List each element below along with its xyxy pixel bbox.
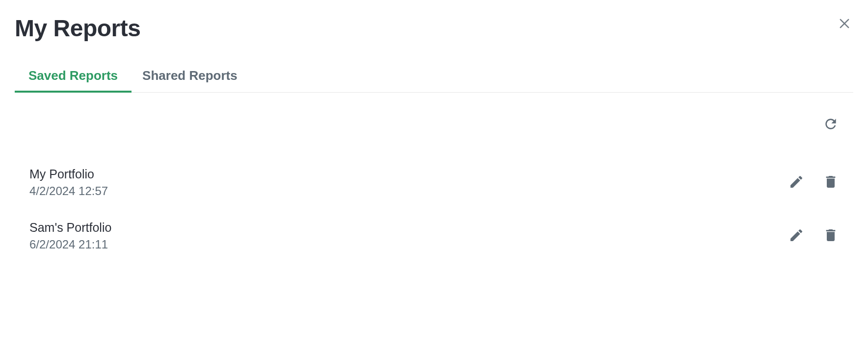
report-item: My Portfolio 4/2/2024 12:57 — [29, 167, 839, 198]
header: My Reports — [0, 0, 868, 42]
close-icon — [838, 17, 851, 32]
report-timestamp: 6/2/2024 21:11 — [29, 238, 111, 251]
tab-shared-reports[interactable]: Shared Reports — [142, 68, 237, 92]
report-text: My Portfolio 4/2/2024 12:57 — [29, 167, 108, 198]
pencil-icon — [789, 174, 804, 192]
pencil-icon — [789, 227, 804, 245]
report-name: Sam's Portfolio — [29, 221, 111, 235]
report-name: My Portfolio — [29, 167, 108, 181]
close-button[interactable] — [836, 15, 853, 34]
edit-button[interactable] — [789, 174, 804, 192]
refresh-button[interactable] — [823, 116, 839, 134]
edit-button[interactable] — [789, 227, 804, 245]
tab-saved-reports[interactable]: Saved Reports — [28, 68, 118, 92]
trash-icon — [823, 227, 839, 245]
tabs: Saved Reports Shared Reports — [15, 42, 853, 93]
report-list: My Portfolio 4/2/2024 12:57 — [0, 134, 868, 251]
report-item: Sam's Portfolio 6/2/2024 21:11 — [29, 221, 839, 251]
report-actions — [789, 174, 839, 192]
trash-icon — [823, 174, 839, 192]
report-timestamp: 4/2/2024 12:57 — [29, 184, 108, 198]
toolbar — [0, 93, 853, 134]
refresh-icon — [823, 116, 839, 134]
report-text: Sam's Portfolio 6/2/2024 21:11 — [29, 221, 111, 251]
delete-button[interactable] — [823, 227, 839, 245]
delete-button[interactable] — [823, 174, 839, 192]
report-actions — [789, 227, 839, 245]
page-title: My Reports — [15, 15, 140, 42]
